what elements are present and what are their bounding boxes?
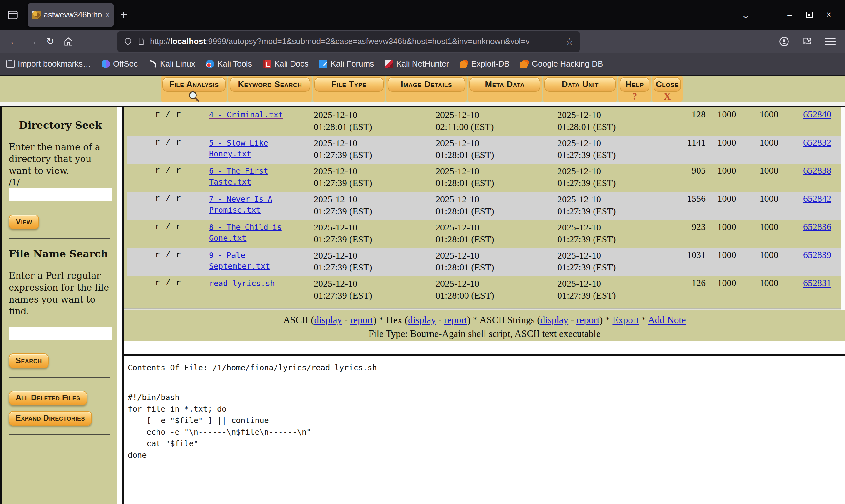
bookmark-item[interactable]: Exploit-DB	[459, 59, 510, 69]
bookmark-item[interactable]: Kali Forums	[319, 59, 374, 69]
firefox-view-icon[interactable]	[7, 9, 19, 21]
file-name-link[interactable]: read_lyrics.sh	[209, 279, 275, 288]
code-line: echo -e "\n------\n$file\n------\n"	[128, 426, 845, 438]
bookmark-item[interactable]: Kali NetHunter	[385, 59, 449, 69]
account-icon[interactable]	[779, 36, 789, 47]
directory-seek-text: Enter the name of a directory that you w…	[9, 141, 112, 177]
bookmark-item[interactable]: Kali Tools	[206, 59, 252, 69]
autopsy-tab-close[interactable]: Close X	[652, 76, 683, 103]
list-all-tabs-icon[interactable]: ⌄	[741, 9, 750, 21]
meta-address-link[interactable]: 652836	[803, 221, 831, 232]
frame-divider-scrollbar[interactable]	[117, 107, 124, 504]
autopsy-tab-data-unit[interactable]: Data Unit	[543, 76, 617, 103]
reload-button[interactable]: ↻	[46, 36, 54, 47]
file-uid: 1000	[706, 277, 748, 304]
kali-favicon	[148, 60, 157, 68]
bookmark-item[interactable]: Kali Linux	[148, 59, 195, 69]
bookmark-label: OffSec	[113, 59, 138, 69]
extensions-puzzle-icon[interactable]	[802, 36, 812, 47]
file-size: 1141	[670, 137, 706, 164]
forward-button[interactable]: →	[28, 36, 37, 47]
ascii-report-link[interactable]: report	[350, 314, 373, 325]
hex-display-link[interactable]: display	[408, 314, 436, 325]
file-name-link[interactable]: 9 - Pale September.txt	[209, 251, 270, 271]
autopsy-tab-label[interactable]: Image Details	[388, 77, 465, 92]
file-name-search-input[interactable]	[9, 327, 112, 340]
file-permissions: r / r	[127, 250, 209, 276]
bookmark-item[interactable]: Google Hacking DB	[520, 59, 603, 69]
import-favicon	[6, 60, 15, 68]
window-minimize-button[interactable]: –	[787, 10, 792, 20]
autopsy-tab-label[interactable]: Keyword Search	[230, 77, 310, 92]
kalitools-favicon	[206, 60, 214, 68]
bookmark-label: Kali Tools	[217, 59, 252, 69]
hex-report-link[interactable]: report	[444, 314, 467, 325]
autopsy-tab-label[interactable]: Data Unit	[545, 77, 616, 92]
shield-icon[interactable]	[124, 37, 132, 46]
all-deleted-files-button[interactable]: All Deleted Files	[9, 391, 87, 405]
ascii-strings-report-link[interactable]: report	[576, 314, 599, 325]
file-name-search-title: File Name Search	[9, 248, 112, 260]
bookmark-item[interactable]: Import bookmarks…	[6, 59, 91, 69]
window-maximize-button[interactable]	[806, 12, 812, 18]
expand-directories-button[interactable]: Expand Directories	[9, 411, 92, 426]
actions-text: ASCII (	[283, 314, 314, 325]
add-note-link[interactable]: Add Note	[648, 314, 686, 325]
autopsy-tab-image-details[interactable]: Image Details	[386, 76, 467, 103]
ascii-display-link[interactable]: display	[314, 314, 342, 325]
autopsy-tab-label[interactable]: Close	[653, 77, 681, 92]
meta-address-link[interactable]: 652831	[803, 277, 831, 288]
page-info-icon[interactable]	[137, 37, 145, 45]
browser-tab-bar: asfwevw346b:host1:vol2 × + ⌄ – ×	[0, 0, 845, 30]
file-name-link[interactable]: 7 - Never Is A Promise.txt	[209, 195, 272, 215]
home-button[interactable]	[63, 36, 74, 47]
written-date: 2025-12-1001:27:39 (EST)	[300, 277, 421, 304]
new-tab-button[interactable]: +	[120, 8, 127, 21]
bookmark-star-icon[interactable]: ☆	[565, 36, 574, 47]
meta-address-link[interactable]: 652842	[803, 193, 831, 203]
back-button[interactable]: ←	[10, 36, 19, 47]
file-name-link[interactable]: 8 - The Child is Gone.txt	[209, 223, 282, 242]
export-link[interactable]: Export	[612, 314, 638, 325]
file-name-link[interactable]: 4 - Criminal.txt	[209, 110, 283, 119]
file-name-link[interactable]: 6 - The First Taste.txt	[209, 166, 268, 186]
autopsy-tab-keyword-search[interactable]: Keyword Search	[228, 76, 312, 103]
kaliforums-favicon	[319, 60, 328, 68]
autopsy-tab-label[interactable]: Meta Data	[469, 77, 541, 92]
url-bar[interactable]: http://localhost:9999/autopsy?mod=1&subm…	[118, 31, 580, 52]
frame-gap	[0, 103, 845, 106]
window-close-button[interactable]: ×	[826, 10, 831, 20]
bookmark-label: Google Hacking DB	[532, 59, 603, 69]
bookmark-item[interactable]: OffSec	[102, 59, 138, 69]
file-size: 1556	[670, 193, 706, 220]
bookmarks-bar: Import bookmarks… OffSec Kali Linux Kali…	[0, 53, 845, 76]
file-uid: 1000	[706, 109, 748, 136]
table-row: r / r 6 - The First Taste.txt 2025-12-10…	[127, 164, 845, 192]
meta-address-link[interactable]: 652839	[803, 250, 831, 260]
actions-text: ASCII Strings (	[479, 314, 541, 325]
url-text[interactable]: http://localhost:9999/autopsy?mod=1&subm…	[150, 37, 560, 46]
tab-close-icon[interactable]: ×	[105, 11, 110, 19]
view-button[interactable]: View	[9, 215, 39, 229]
directory-input[interactable]	[9, 188, 112, 201]
autopsy-tab-help[interactable]: Help ?	[618, 76, 651, 103]
meta-address-link[interactable]: 652832	[803, 137, 831, 147]
file-table-scrollbar[interactable]	[841, 107, 845, 310]
autopsy-tab-file-type[interactable]: File Type	[313, 76, 385, 103]
autopsy-tab-meta-data[interactable]: Meta Data	[468, 76, 542, 103]
search-button[interactable]: Search	[9, 354, 49, 368]
file-contents-header: Contents Of File: /1/home/fiona/lyrics/r…	[128, 363, 845, 372]
ascii-strings-display-link[interactable]: display	[541, 314, 568, 325]
autopsy-tab-file-analysis[interactable]: File Analysis	[161, 76, 227, 103]
autopsy-tab-label[interactable]: File Type	[314, 77, 384, 92]
bookmark-label: Exploit-DB	[471, 59, 510, 69]
meta-address-link[interactable]: 652838	[803, 165, 831, 176]
file-name-link[interactable]: 5 - Slow Like Honey.txt	[209, 138, 268, 158]
bookmark-item[interactable]: Kali Docs	[263, 59, 309, 69]
browser-toolbar: ← → ↻ http://localhost:9999/autopsy?mod=…	[0, 30, 845, 53]
file-gid: 1000	[748, 277, 790, 304]
menu-hamburger-icon[interactable]	[825, 38, 835, 45]
active-browser-tab[interactable]: asfwevw346b:host1:vol2 ×	[28, 3, 114, 27]
autopsy-tab-label[interactable]: Help	[620, 77, 649, 92]
meta-address-link[interactable]: 652840	[803, 109, 831, 119]
